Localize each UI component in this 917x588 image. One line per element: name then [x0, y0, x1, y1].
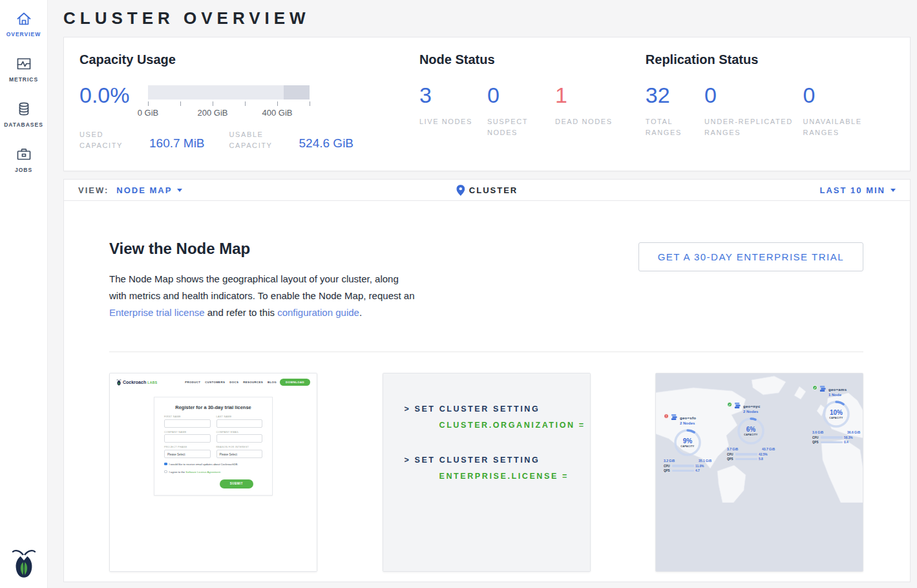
- suspect-nodes-value: 0: [487, 84, 547, 106]
- sidebar: OVERVIEW METRICS DATABASES: [0, 0, 48, 588]
- location-pin-icon: [456, 185, 465, 196]
- sidebar-item-databases[interactable]: DATABASES: [0, 101, 47, 128]
- locality-node-count: 1 Node: [828, 393, 847, 397]
- qps-sparkline: [672, 470, 694, 472]
- node-icon: [671, 414, 678, 421]
- capacity-label: CAPACITY: [829, 417, 843, 419]
- node-status-section: Node Status 3 LIVE NODES 0 SUSPECT NODES…: [419, 52, 646, 156]
- locality-node-count: 2 Nodes: [743, 410, 761, 414]
- sidebar-item-label: JOBS: [15, 167, 32, 173]
- capacity-gauge: 6% CAPACITY: [736, 416, 766, 446]
- sidebar-item-metrics[interactable]: METRICS: [0, 56, 47, 83]
- enterprise-trial-button[interactable]: GET A 30-DAY ENTERPRISE TRIAL: [638, 242, 863, 271]
- divider: [109, 352, 863, 352]
- capacity-percent: 9%: [683, 437, 692, 445]
- capacity-gauge: 10% CAPACITY: [821, 399, 851, 429]
- sql-setting: CLUSTER.ORGANIZATION =: [439, 417, 590, 434]
- locality-name: geo=ams: [828, 388, 847, 392]
- qps-value: 5.8: [759, 457, 763, 461]
- cockroach-labs-logo: Cockroach LABS: [116, 379, 157, 386]
- replication-status-title: Replication Status: [646, 52, 894, 67]
- axis-label: 400 GiB: [262, 108, 293, 118]
- trial-license-form-preview: Cockroach LABS PRODUCT CUSTOMERS DOCS RE…: [110, 373, 317, 571]
- locality-name: geo=nyc: [743, 404, 761, 408]
- node-status-title: Node Status: [419, 52, 646, 67]
- brand-suffix: LABS: [147, 381, 157, 384]
- used-capacity: 3.7 GiB: [727, 447, 738, 451]
- step-3-caption: Step 3: Refer this configuration guide t…: [656, 571, 863, 572]
- sql-commands-preview: > SET CLUSTER SETTING CLUSTER.ORGANIZATI…: [383, 373, 590, 571]
- map-locality-sfo[interactable]: ! geo=sfo 2 Nodes: [664, 414, 722, 472]
- text-field: [216, 419, 263, 428]
- configuration-guide-link[interactable]: configuration guide: [277, 307, 359, 318]
- field-label: FIRST NAME: [164, 415, 211, 418]
- warning-badge-icon: !: [664, 414, 669, 419]
- replication-status-section: Replication Status 32 TOTAL RANGES 0 UND…: [646, 52, 894, 156]
- nav-link: RESOURCES: [243, 381, 263, 384]
- metrics-icon: [16, 56, 32, 72]
- step-2-card: > SET CLUSTER SETTING CLUSTER.ORGANIZATI…: [383, 373, 591, 572]
- capacity-bar-segment: [284, 85, 310, 100]
- locality-breadcrumb[interactable]: CLUSTER: [456, 185, 518, 196]
- total-capacity: 43.7 GiB: [762, 447, 775, 451]
- cluster-summary-card: Capacity Usage 0.0% 0 GiB 200 GiB 400 Gi…: [63, 37, 911, 171]
- view-label: VIEW:: [78, 185, 109, 195]
- healthy-badge-icon: ✓: [727, 402, 732, 407]
- live-nodes-label: LIVE NODES: [419, 116, 479, 127]
- sidebar-item-jobs[interactable]: JOBS: [0, 146, 47, 173]
- map-locality-ams[interactable]: ✓ geo=ams 1 Node: [812, 385, 863, 444]
- cpu-label: CPU: [664, 465, 670, 468]
- used-capacity-value: 160.7 MiB: [149, 136, 205, 151]
- used-capacity-label: USED CAPACITY: [79, 129, 149, 151]
- text-field: [216, 434, 263, 443]
- checkbox-unchecked: [164, 470, 167, 474]
- sidebar-item-label: DATABASES: [4, 121, 43, 128]
- step-1-card: Cockroach LABS PRODUCT CUSTOMERS DOCS RE…: [109, 373, 317, 572]
- total-ranges-label: TOTAL RANGES: [646, 116, 697, 138]
- capacity-usage-section: Capacity Usage 0.0% 0 GiB 200 GiB 400 Gi…: [79, 52, 419, 156]
- download-button: DOWNLOAD: [280, 379, 310, 386]
- field-label: LAST NAME: [216, 415, 263, 418]
- cpu-sparkline: [821, 436, 843, 439]
- select-field: Please Select: [216, 450, 263, 458]
- node-map-preview: ! geo=sfo 2 Nodes: [656, 373, 863, 571]
- description-text: .: [359, 307, 362, 318]
- view-selector[interactable]: NODE MAP: [116, 185, 182, 195]
- sql-command: > SET CLUSTER SETTING: [405, 452, 590, 468]
- cpu-sparkline: [672, 465, 694, 467]
- nav-link: PRODUCT: [185, 381, 200, 384]
- page-title: CLUSTER OVERVIEW: [63, 8, 911, 28]
- capacity-usage-title: Capacity Usage: [79, 52, 419, 67]
- description-text: The Node Map shows the geographical layo…: [109, 273, 415, 301]
- cpu-label: CPU: [812, 436, 819, 439]
- home-icon: [16, 10, 32, 27]
- nav-link: DOCS: [229, 381, 238, 384]
- cockroachdb-logo: [12, 547, 36, 580]
- sql-command: > SET CLUSTER SETTING: [405, 401, 590, 417]
- qps-sparkline: [821, 441, 843, 444]
- axis-label: 0 GiB: [138, 108, 159, 118]
- checkbox-label: I would like to receive email updates ab…: [169, 463, 238, 466]
- checkbox-label: I agree to the: [169, 470, 185, 474]
- dead-nodes-label: DEAD NODES: [555, 116, 613, 127]
- unavailable-ranges-value: 0: [803, 84, 887, 106]
- capacity-axis-labels: 0 GiB 200 GiB 400 GiB: [148, 108, 310, 118]
- field-label: REASON FOR INTEREST: [216, 446, 263, 448]
- capacity-label: CAPACITY: [680, 445, 694, 448]
- field-label: COMPANY NAME: [164, 431, 211, 434]
- capacity-axis-ticks: [148, 101, 310, 107]
- map-locality-nyc[interactable]: ✓ geo=nyc 2 Nodes: [727, 402, 785, 461]
- dead-nodes-value: 1: [555, 84, 613, 106]
- sidebar-item-overview[interactable]: OVERVIEW: [0, 10, 47, 37]
- enterprise-trial-license-link[interactable]: Enterprise trial license: [109, 307, 205, 318]
- under-replicated-ranges-label: UNDER-REPLICATED RANGES: [704, 116, 796, 138]
- qps-label: QPS: [727, 457, 733, 461]
- capacity-gauge: 9% CAPACITY: [673, 428, 702, 457]
- view-selector-value: NODE MAP: [116, 185, 172, 195]
- main-content: CLUSTER OVERVIEW Capacity Usage 0.0% 0 G…: [48, 0, 917, 588]
- capacity-bar: 0 GiB 200 GiB 400 GiB: [148, 85, 310, 118]
- unavailable-ranges-label: UNAVAILABLE RANGES: [803, 116, 887, 138]
- databases-icon: [16, 101, 32, 118]
- time-range-selector[interactable]: LAST 10 MIN: [820, 185, 896, 195]
- live-nodes-value: 3: [419, 84, 480, 106]
